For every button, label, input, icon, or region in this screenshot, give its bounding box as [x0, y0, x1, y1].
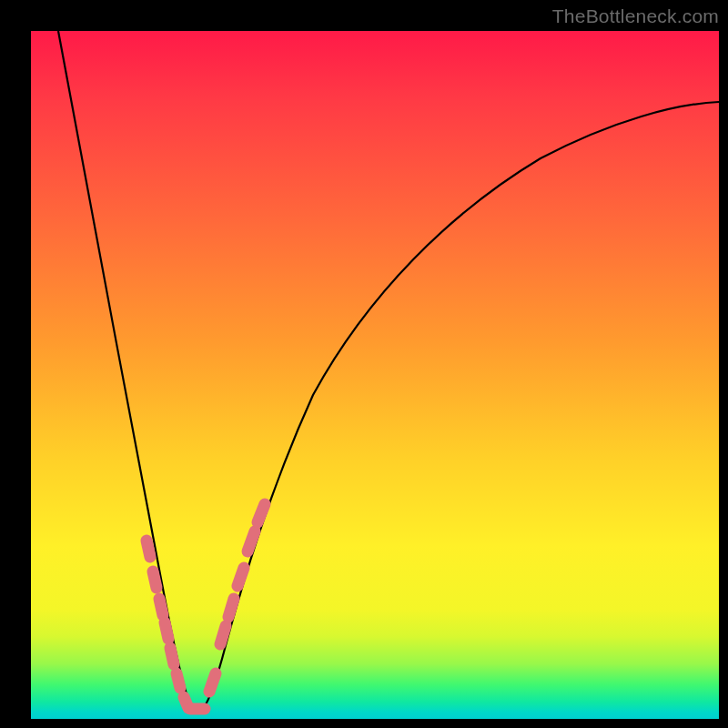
- svg-line-9: [220, 626, 226, 644]
- svg-line-12: [248, 531, 255, 551]
- svg-line-4: [170, 648, 174, 664]
- svg-line-10: [228, 599, 234, 617]
- marker-group: [147, 504, 265, 709]
- svg-line-3: [165, 622, 168, 639]
- svg-line-13: [258, 504, 265, 522]
- svg-line-8: [209, 673, 216, 692]
- svg-line-1: [153, 571, 157, 588]
- chart-frame: TheBottleneck.com: [0, 0, 728, 728]
- curve-layer: [0, 0, 728, 728]
- svg-line-0: [147, 541, 150, 557]
- svg-line-5: [177, 673, 180, 688]
- svg-line-11: [238, 568, 244, 586]
- svg-line-2: [159, 599, 163, 615]
